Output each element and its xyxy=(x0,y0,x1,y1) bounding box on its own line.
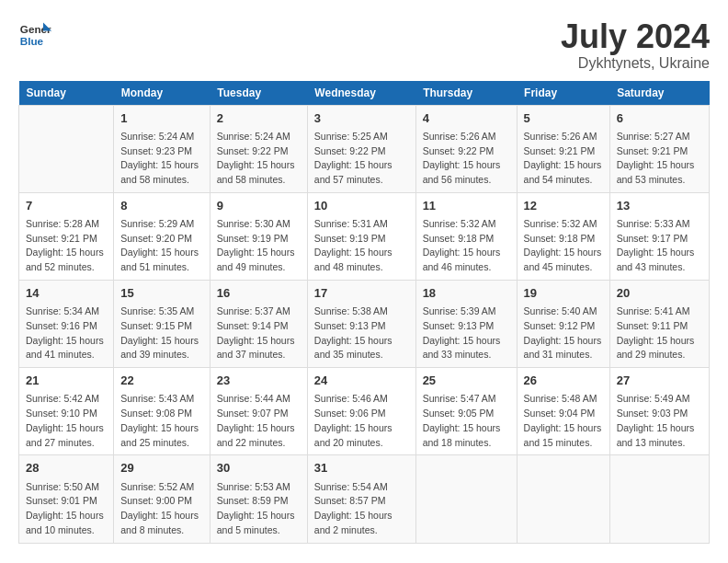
calendar-cell: 19Sunrise: 5:40 AMSunset: 9:12 PMDayligh… xyxy=(517,280,609,367)
page-header: General Blue July 2024 Dykhtynets, Ukrai… xyxy=(18,18,710,72)
calendar-cell: 31Sunrise: 5:54 AMSunset: 8:57 PMDayligh… xyxy=(307,455,415,543)
calendar-subtitle: Dykhtynets, Ukraine xyxy=(561,55,710,72)
day-info: Sunrise: 5:53 AMSunset: 8:59 PMDaylight:… xyxy=(217,480,301,538)
day-info: Sunrise: 5:54 AMSunset: 8:57 PMDaylight:… xyxy=(314,480,409,538)
day-of-week-header: Tuesday xyxy=(210,81,307,106)
calendar-header-row: SundayMondayTuesdayWednesdayThursdayFrid… xyxy=(19,81,710,106)
calendar-cell xyxy=(609,455,709,543)
day-info: Sunrise: 5:42 AMSunset: 9:10 PMDaylight:… xyxy=(26,392,107,450)
day-number: 22 xyxy=(120,373,203,389)
day-info: Sunrise: 5:24 AMSunset: 9:22 PMDaylight:… xyxy=(217,130,301,188)
day-info: Sunrise: 5:32 AMSunset: 9:18 PMDaylight:… xyxy=(524,217,603,275)
calendar-cell: 30Sunrise: 5:53 AMSunset: 8:59 PMDayligh… xyxy=(210,455,307,543)
calendar-cell: 23Sunrise: 5:44 AMSunset: 9:07 PMDayligh… xyxy=(210,368,307,455)
day-number: 10 xyxy=(314,198,409,214)
calendar-title: July 2024 xyxy=(561,18,710,55)
calendar-cell: 12Sunrise: 5:32 AMSunset: 9:18 PMDayligh… xyxy=(517,192,609,280)
day-number: 29 xyxy=(120,460,203,477)
day-info: Sunrise: 5:29 AMSunset: 9:20 PMDaylight:… xyxy=(120,217,203,275)
calendar-cell: 13Sunrise: 5:33 AMSunset: 9:17 PMDayligh… xyxy=(609,192,709,280)
calendar-cell: 6Sunrise: 5:27 AMSunset: 9:21 PMDaylight… xyxy=(609,105,709,192)
calendar-cell: 14Sunrise: 5:34 AMSunset: 9:16 PMDayligh… xyxy=(19,280,114,367)
day-of-week-header: Thursday xyxy=(415,81,517,106)
day-info: Sunrise: 5:25 AMSunset: 9:22 PMDaylight:… xyxy=(314,130,409,188)
day-number: 28 xyxy=(26,460,107,477)
day-number: 26 xyxy=(524,373,603,389)
day-of-week-header: Sunday xyxy=(19,81,114,106)
calendar-table: SundayMondayTuesdayWednesdayThursdayFrid… xyxy=(18,81,710,544)
day-info: Sunrise: 5:47 AMSunset: 9:05 PMDaylight:… xyxy=(423,392,510,450)
day-info: Sunrise: 5:26 AMSunset: 9:21 PMDaylight:… xyxy=(524,130,603,188)
day-of-week-header: Friday xyxy=(517,81,609,106)
day-info: Sunrise: 5:33 AMSunset: 9:17 PMDaylight:… xyxy=(617,217,702,275)
day-info: Sunrise: 5:28 AMSunset: 9:21 PMDaylight:… xyxy=(26,217,107,275)
calendar-week-row: 1Sunrise: 5:24 AMSunset: 9:23 PMDaylight… xyxy=(19,105,710,192)
day-info: Sunrise: 5:49 AMSunset: 9:03 PMDaylight:… xyxy=(617,392,702,450)
day-number: 8 xyxy=(120,198,203,214)
calendar-cell: 26Sunrise: 5:48 AMSunset: 9:04 PMDayligh… xyxy=(517,368,609,455)
day-info: Sunrise: 5:38 AMSunset: 9:13 PMDaylight:… xyxy=(314,304,409,362)
calendar-cell xyxy=(517,455,609,543)
calendar-cell xyxy=(19,105,114,192)
calendar-cell: 4Sunrise: 5:26 AMSunset: 9:22 PMDaylight… xyxy=(415,105,517,192)
day-info: Sunrise: 5:31 AMSunset: 9:19 PMDaylight:… xyxy=(314,217,409,275)
day-info: Sunrise: 5:34 AMSunset: 9:16 PMDaylight:… xyxy=(26,304,107,362)
day-number: 25 xyxy=(423,373,510,389)
calendar-cell: 15Sunrise: 5:35 AMSunset: 9:15 PMDayligh… xyxy=(114,280,210,367)
calendar-week-row: 7Sunrise: 5:28 AMSunset: 9:21 PMDaylight… xyxy=(19,192,710,280)
calendar-cell: 9Sunrise: 5:30 AMSunset: 9:19 PMDaylight… xyxy=(210,192,307,280)
calendar-cell xyxy=(415,455,517,543)
day-number: 2 xyxy=(217,110,301,127)
day-info: Sunrise: 5:26 AMSunset: 9:22 PMDaylight:… xyxy=(423,130,510,188)
day-info: Sunrise: 5:50 AMSunset: 9:01 PMDaylight:… xyxy=(26,480,107,538)
day-number: 6 xyxy=(617,110,702,127)
day-info: Sunrise: 5:35 AMSunset: 9:15 PMDaylight:… xyxy=(120,304,203,362)
calendar-cell: 10Sunrise: 5:31 AMSunset: 9:19 PMDayligh… xyxy=(307,192,415,280)
day-info: Sunrise: 5:37 AMSunset: 9:14 PMDaylight:… xyxy=(217,304,301,362)
calendar-cell: 5Sunrise: 5:26 AMSunset: 9:21 PMDaylight… xyxy=(517,105,609,192)
day-info: Sunrise: 5:39 AMSunset: 9:13 PMDaylight:… xyxy=(423,304,510,362)
calendar-cell: 27Sunrise: 5:49 AMSunset: 9:03 PMDayligh… xyxy=(609,368,709,455)
calendar-cell: 3Sunrise: 5:25 AMSunset: 9:22 PMDaylight… xyxy=(307,105,415,192)
day-info: Sunrise: 5:46 AMSunset: 9:06 PMDaylight:… xyxy=(314,392,409,450)
day-number: 1 xyxy=(120,110,203,127)
calendar-cell: 16Sunrise: 5:37 AMSunset: 9:14 PMDayligh… xyxy=(210,280,307,367)
day-number: 15 xyxy=(120,285,203,302)
logo: General Blue xyxy=(18,18,51,52)
day-info: Sunrise: 5:40 AMSunset: 9:12 PMDaylight:… xyxy=(524,304,603,362)
calendar-week-row: 28Sunrise: 5:50 AMSunset: 9:01 PMDayligh… xyxy=(19,455,710,543)
calendar-cell: 17Sunrise: 5:38 AMSunset: 9:13 PMDayligh… xyxy=(307,280,415,367)
calendar-cell: 11Sunrise: 5:32 AMSunset: 9:18 PMDayligh… xyxy=(415,192,517,280)
day-info: Sunrise: 5:27 AMSunset: 9:21 PMDaylight:… xyxy=(617,130,702,188)
day-number: 17 xyxy=(314,285,409,302)
day-number: 20 xyxy=(617,285,702,302)
day-info: Sunrise: 5:41 AMSunset: 9:11 PMDaylight:… xyxy=(617,304,702,362)
day-number: 14 xyxy=(26,285,107,302)
day-number: 27 xyxy=(617,373,702,389)
day-info: Sunrise: 5:32 AMSunset: 9:18 PMDaylight:… xyxy=(423,217,510,275)
calendar-cell: 25Sunrise: 5:47 AMSunset: 9:05 PMDayligh… xyxy=(415,368,517,455)
day-number: 3 xyxy=(314,110,409,127)
calendar-cell: 24Sunrise: 5:46 AMSunset: 9:06 PMDayligh… xyxy=(307,368,415,455)
day-number: 13 xyxy=(617,198,702,214)
day-number: 18 xyxy=(423,285,510,302)
day-number: 9 xyxy=(217,198,301,214)
day-info: Sunrise: 5:30 AMSunset: 9:19 PMDaylight:… xyxy=(217,217,301,275)
day-number: 24 xyxy=(314,373,409,389)
calendar-week-row: 21Sunrise: 5:42 AMSunset: 9:10 PMDayligh… xyxy=(19,368,710,455)
day-number: 5 xyxy=(524,110,603,127)
svg-text:Blue: Blue xyxy=(20,35,44,47)
day-number: 23 xyxy=(217,373,301,389)
day-info: Sunrise: 5:44 AMSunset: 9:07 PMDaylight:… xyxy=(217,392,301,450)
calendar-cell: 21Sunrise: 5:42 AMSunset: 9:10 PMDayligh… xyxy=(19,368,114,455)
day-info: Sunrise: 5:43 AMSunset: 9:08 PMDaylight:… xyxy=(120,392,203,450)
calendar-cell: 18Sunrise: 5:39 AMSunset: 9:13 PMDayligh… xyxy=(415,280,517,367)
calendar-week-row: 14Sunrise: 5:34 AMSunset: 9:16 PMDayligh… xyxy=(19,280,710,367)
calendar-cell: 8Sunrise: 5:29 AMSunset: 9:20 PMDaylight… xyxy=(114,192,210,280)
day-number: 7 xyxy=(26,198,107,214)
day-number: 11 xyxy=(423,198,510,214)
day-info: Sunrise: 5:24 AMSunset: 9:23 PMDaylight:… xyxy=(120,130,203,188)
title-block: July 2024 Dykhtynets, Ukraine xyxy=(561,18,710,72)
calendar-cell: 20Sunrise: 5:41 AMSunset: 9:11 PMDayligh… xyxy=(609,280,709,367)
day-of-week-header: Saturday xyxy=(609,81,709,106)
